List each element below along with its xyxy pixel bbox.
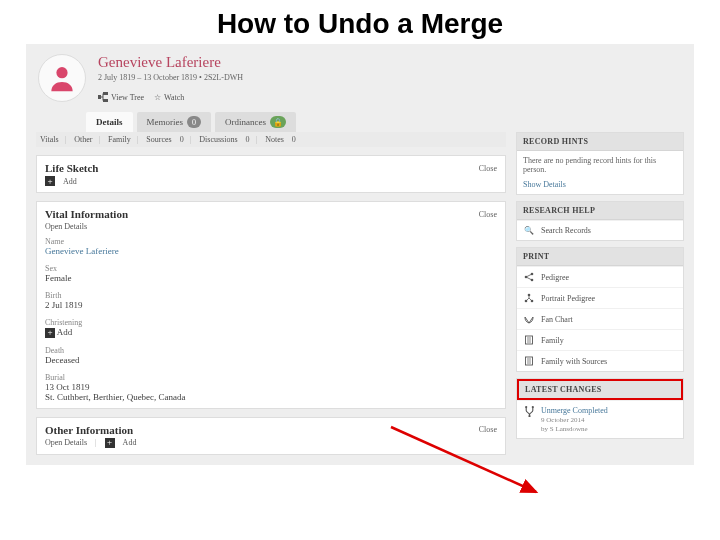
- plus-icon: +: [105, 438, 115, 448]
- fan-icon: [523, 314, 535, 324]
- change-title: Unmerge Completed: [541, 406, 608, 415]
- svg-point-12: [525, 406, 527, 408]
- vital-birth-value: 2 Jul 1819: [45, 300, 497, 310]
- vital-info-close[interactable]: Close: [479, 210, 497, 219]
- right-column: RECORD HINTS There are no pending record…: [516, 132, 684, 439]
- research-help-title: RESEARCH HELP: [517, 202, 683, 220]
- print-pedigree-label: Pedigree: [541, 273, 569, 282]
- document-icon: [523, 356, 535, 366]
- record-hints-body: There are no pending record hints for th…: [523, 156, 656, 174]
- plus-icon: +: [45, 328, 55, 338]
- print-title: PRINT: [517, 248, 683, 266]
- christening-add-label: Add: [57, 327, 73, 337]
- vital-sex: Sex Female: [45, 264, 497, 283]
- svg-rect-3: [103, 99, 108, 102]
- nav-notes[interactable]: Notes: [265, 135, 284, 144]
- left-column: Vitals| Other| Family| Sources 0| Discus…: [36, 132, 506, 455]
- change-item[interactable]: Unmerge Completed 9 October 2014 by S La…: [517, 400, 683, 438]
- svg-point-14: [528, 415, 530, 417]
- sources-count: 0: [180, 135, 184, 144]
- vital-death: Death Deceased: [45, 346, 497, 365]
- change-text: Unmerge Completed 9 October 2014 by S La…: [541, 406, 608, 433]
- print-family-label: Family: [541, 336, 564, 345]
- vital-sex-value: Female: [45, 273, 497, 283]
- other-info-panel: Other Information Close Open Details | +…: [36, 417, 506, 455]
- tabs: Details Memories 0 Ordinances 🔒: [26, 112, 694, 132]
- tab-memories-label: Memories: [147, 117, 184, 127]
- record-hints-panel: RECORD HINTS There are no pending record…: [516, 132, 684, 195]
- vital-burial-place: St. Cuthbert, Berthier, Quebec, Canada: [45, 392, 497, 402]
- svg-point-0: [56, 67, 67, 78]
- nav-sources[interactable]: Sources: [146, 135, 171, 144]
- other-info-close[interactable]: Close: [479, 425, 497, 434]
- vital-open-details[interactable]: Open Details: [45, 222, 87, 231]
- svg-rect-1: [98, 95, 101, 99]
- vital-sex-label: Sex: [45, 264, 497, 273]
- vital-birth-label: Birth: [45, 291, 497, 300]
- latest-changes-title[interactable]: LATEST CHANGES: [517, 379, 683, 400]
- nav-family[interactable]: Family: [108, 135, 131, 144]
- vital-christening-label: Christening: [45, 318, 497, 327]
- view-tree-link[interactable]: View Tree: [98, 92, 144, 102]
- print-portrait-pedigree[interactable]: Portrait Pedigree: [517, 287, 683, 308]
- section-nav: Vitals| Other| Family| Sources 0| Discus…: [36, 132, 506, 147]
- vital-list: Name Genevieve Laferiere Sex Female Birt…: [37, 237, 505, 408]
- search-icon: 🔍: [523, 226, 535, 235]
- record-hints-title: RECORD HINTS: [517, 133, 683, 151]
- print-pedigree[interactable]: Pedigree: [517, 266, 683, 287]
- vital-christening: Christening + Add: [45, 318, 497, 338]
- change-by: by S Lansdowne: [541, 425, 608, 433]
- tab-ordinances[interactable]: Ordinances 🔒: [215, 112, 296, 132]
- record-hints-show-details[interactable]: Show Details: [523, 180, 677, 189]
- other-open-details[interactable]: Open Details: [45, 438, 87, 447]
- tab-memories[interactable]: Memories 0: [137, 112, 212, 132]
- latest-changes-panel: LATEST CHANGES Unmerge Completed 9 Octob…: [516, 378, 684, 439]
- view-tree-label: View Tree: [111, 93, 144, 102]
- watch-label: Watch: [164, 93, 184, 102]
- print-family-sources[interactable]: Family with Sources: [517, 350, 683, 371]
- avatar: [38, 54, 86, 102]
- vital-burial-value: 13 Oct 1819: [45, 382, 497, 392]
- print-fan-chart[interactable]: Fan Chart: [517, 308, 683, 329]
- star-icon: ☆: [154, 93, 161, 102]
- nav-discussions[interactable]: Discussions: [199, 135, 237, 144]
- vital-info-title: Vital Information: [45, 208, 128, 220]
- vital-death-value: Deceased: [45, 355, 497, 365]
- nav-other[interactable]: Other: [74, 135, 92, 144]
- life-sketch-close[interactable]: Close: [479, 164, 497, 173]
- portrait-icon: [523, 293, 535, 303]
- svg-point-13: [531, 406, 533, 408]
- svg-rect-2: [103, 92, 108, 95]
- person-name: Genevieve Laferiere: [98, 54, 682, 71]
- print-fan-label: Fan Chart: [541, 315, 573, 324]
- body-row: Vitals| Other| Family| Sources 0| Discus…: [26, 132, 694, 465]
- person-head-info: Genevieve Laferiere 2 July 1819 – 13 Oct…: [98, 54, 682, 102]
- person-dates: 2 July 1819 – 13 October 1819 • 2S2L-DWH: [98, 73, 682, 82]
- vital-burial: Burial 13 Oct 1819 St. Cuthbert, Berthie…: [45, 373, 497, 402]
- vital-christening-add[interactable]: + Add: [45, 327, 497, 338]
- discussions-count: 0: [246, 135, 250, 144]
- slide-title: How to Undo a Merge: [0, 0, 720, 44]
- vital-name-label: Name: [45, 237, 497, 246]
- vital-death-label: Death: [45, 346, 497, 355]
- tab-details[interactable]: Details: [86, 112, 133, 132]
- change-date: 9 October 2014: [541, 416, 608, 424]
- print-family[interactable]: Family: [517, 329, 683, 350]
- vital-name-value[interactable]: Genevieve Laferiere: [45, 246, 497, 256]
- research-help-panel: RESEARCH HELP 🔍 Search Records: [516, 201, 684, 241]
- ordinances-badge: 🔒: [270, 116, 286, 128]
- person-icon: [46, 62, 78, 94]
- watch-link[interactable]: ☆ Watch: [154, 93, 184, 102]
- nav-vitals[interactable]: Vitals: [40, 135, 59, 144]
- header-actions: View Tree ☆ Watch: [98, 92, 682, 102]
- search-records-label: Search Records: [541, 226, 591, 235]
- other-add[interactable]: Add: [123, 438, 137, 447]
- vital-birth: Birth 2 Jul 1819: [45, 291, 497, 310]
- plus-icon: +: [45, 176, 55, 186]
- vital-name: Name Genevieve Laferiere: [45, 237, 497, 256]
- search-records-row[interactable]: 🔍 Search Records: [517, 220, 683, 240]
- print-family-sources-label: Family with Sources: [541, 357, 607, 366]
- app-container: Genevieve Laferiere 2 July 1819 – 13 Oct…: [26, 44, 694, 465]
- life-sketch-add[interactable]: Add: [63, 177, 77, 186]
- notes-count: 0: [292, 135, 296, 144]
